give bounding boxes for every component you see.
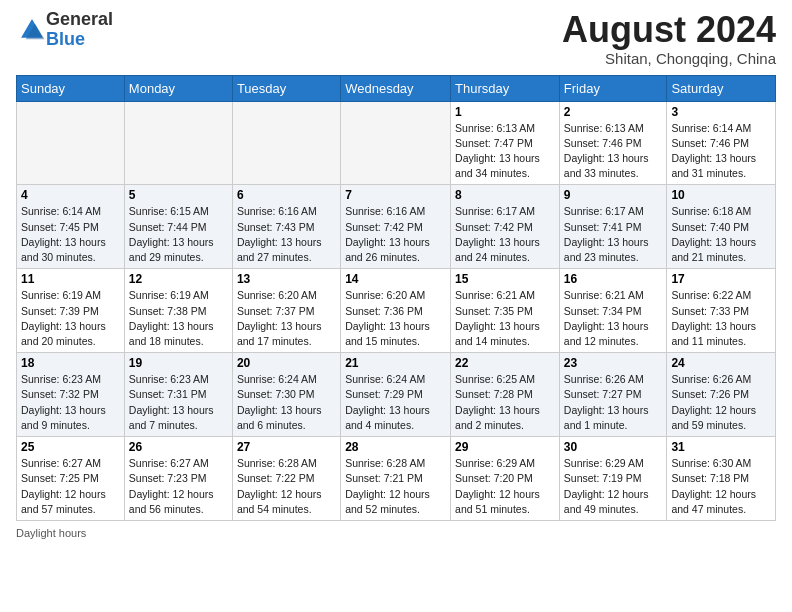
table-row: 28Sunrise: 6:28 AMSunset: 7:21 PMDayligh… (341, 437, 451, 521)
table-row: 9Sunrise: 6:17 AMSunset: 7:41 PMDaylight… (559, 185, 667, 269)
day-info: Sunrise: 6:26 AMSunset: 7:26 PMDaylight:… (671, 372, 771, 433)
day-number: 21 (345, 356, 446, 370)
day-info: Sunrise: 6:20 AMSunset: 7:37 PMDaylight:… (237, 288, 336, 349)
day-number: 22 (455, 356, 555, 370)
logo: General Blue (16, 10, 113, 50)
logo-icon (18, 16, 46, 44)
day-info: Sunrise: 6:25 AMSunset: 7:28 PMDaylight:… (455, 372, 555, 433)
col-monday: Monday (124, 75, 232, 101)
table-row: 14Sunrise: 6:20 AMSunset: 7:36 PMDayligh… (341, 269, 451, 353)
col-wednesday: Wednesday (341, 75, 451, 101)
calendar-week-row: 18Sunrise: 6:23 AMSunset: 7:32 PMDayligh… (17, 353, 776, 437)
col-sunday: Sunday (17, 75, 125, 101)
logo-general: General (46, 9, 113, 29)
table-row: 26Sunrise: 6:27 AMSunset: 7:23 PMDayligh… (124, 437, 232, 521)
day-number: 19 (129, 356, 228, 370)
day-number: 20 (237, 356, 336, 370)
day-info: Sunrise: 6:15 AMSunset: 7:44 PMDaylight:… (129, 204, 228, 265)
daylight-label: Daylight hours (16, 527, 86, 539)
table-row: 20Sunrise: 6:24 AMSunset: 7:30 PMDayligh… (232, 353, 340, 437)
day-number: 3 (671, 105, 771, 119)
table-row (232, 101, 340, 185)
day-number: 4 (21, 188, 120, 202)
day-number: 31 (671, 440, 771, 454)
day-info: Sunrise: 6:14 AMSunset: 7:45 PMDaylight:… (21, 204, 120, 265)
day-info: Sunrise: 6:21 AMSunset: 7:35 PMDaylight:… (455, 288, 555, 349)
col-tuesday: Tuesday (232, 75, 340, 101)
title-area: August 2024 Shitan, Chongqing, China (562, 10, 776, 67)
table-row: 3Sunrise: 6:14 AMSunset: 7:46 PMDaylight… (667, 101, 776, 185)
day-number: 13 (237, 272, 336, 286)
col-thursday: Thursday (451, 75, 560, 101)
day-info: Sunrise: 6:23 AMSunset: 7:32 PMDaylight:… (21, 372, 120, 433)
table-row: 24Sunrise: 6:26 AMSunset: 7:26 PMDayligh… (667, 353, 776, 437)
day-number: 6 (237, 188, 336, 202)
calendar-week-row: 11Sunrise: 6:19 AMSunset: 7:39 PMDayligh… (17, 269, 776, 353)
footer-note: Daylight hours (16, 527, 776, 539)
day-info: Sunrise: 6:17 AMSunset: 7:42 PMDaylight:… (455, 204, 555, 265)
table-row (341, 101, 451, 185)
day-info: Sunrise: 6:19 AMSunset: 7:39 PMDaylight:… (21, 288, 120, 349)
day-number: 26 (129, 440, 228, 454)
table-row: 6Sunrise: 6:16 AMSunset: 7:43 PMDaylight… (232, 185, 340, 269)
month-year-title: August 2024 (562, 10, 776, 50)
day-number: 9 (564, 188, 663, 202)
day-info: Sunrise: 6:17 AMSunset: 7:41 PMDaylight:… (564, 204, 663, 265)
location-label: Shitan, Chongqing, China (562, 50, 776, 67)
table-row (124, 101, 232, 185)
day-number: 5 (129, 188, 228, 202)
table-row: 27Sunrise: 6:28 AMSunset: 7:22 PMDayligh… (232, 437, 340, 521)
day-number: 14 (345, 272, 446, 286)
day-number: 12 (129, 272, 228, 286)
logo-blue: Blue (46, 29, 85, 49)
table-row: 25Sunrise: 6:27 AMSunset: 7:25 PMDayligh… (17, 437, 125, 521)
day-number: 17 (671, 272, 771, 286)
day-info: Sunrise: 6:18 AMSunset: 7:40 PMDaylight:… (671, 204, 771, 265)
header: General Blue August 2024 Shitan, Chongqi… (16, 10, 776, 67)
day-info: Sunrise: 6:26 AMSunset: 7:27 PMDaylight:… (564, 372, 663, 433)
day-info: Sunrise: 6:24 AMSunset: 7:30 PMDaylight:… (237, 372, 336, 433)
day-info: Sunrise: 6:16 AMSunset: 7:43 PMDaylight:… (237, 204, 336, 265)
day-info: Sunrise: 6:29 AMSunset: 7:19 PMDaylight:… (564, 456, 663, 517)
day-number: 10 (671, 188, 771, 202)
day-number: 7 (345, 188, 446, 202)
table-row (17, 101, 125, 185)
table-row: 1Sunrise: 6:13 AMSunset: 7:47 PMDaylight… (451, 101, 560, 185)
table-row: 19Sunrise: 6:23 AMSunset: 7:31 PMDayligh… (124, 353, 232, 437)
col-friday: Friday (559, 75, 667, 101)
day-info: Sunrise: 6:13 AMSunset: 7:47 PMDaylight:… (455, 121, 555, 182)
day-number: 16 (564, 272, 663, 286)
day-info: Sunrise: 6:29 AMSunset: 7:20 PMDaylight:… (455, 456, 555, 517)
day-number: 23 (564, 356, 663, 370)
calendar-week-row: 25Sunrise: 6:27 AMSunset: 7:25 PMDayligh… (17, 437, 776, 521)
table-row: 31Sunrise: 6:30 AMSunset: 7:18 PMDayligh… (667, 437, 776, 521)
page: General Blue August 2024 Shitan, Chongqi… (0, 0, 792, 612)
day-number: 30 (564, 440, 663, 454)
calendar-week-row: 4Sunrise: 6:14 AMSunset: 7:45 PMDaylight… (17, 185, 776, 269)
calendar-header-row: Sunday Monday Tuesday Wednesday Thursday… (17, 75, 776, 101)
day-info: Sunrise: 6:22 AMSunset: 7:33 PMDaylight:… (671, 288, 771, 349)
table-row: 30Sunrise: 6:29 AMSunset: 7:19 PMDayligh… (559, 437, 667, 521)
day-number: 18 (21, 356, 120, 370)
day-info: Sunrise: 6:16 AMSunset: 7:42 PMDaylight:… (345, 204, 446, 265)
day-info: Sunrise: 6:19 AMSunset: 7:38 PMDaylight:… (129, 288, 228, 349)
day-number: 24 (671, 356, 771, 370)
day-info: Sunrise: 6:27 AMSunset: 7:25 PMDaylight:… (21, 456, 120, 517)
table-row: 23Sunrise: 6:26 AMSunset: 7:27 PMDayligh… (559, 353, 667, 437)
day-info: Sunrise: 6:27 AMSunset: 7:23 PMDaylight:… (129, 456, 228, 517)
day-info: Sunrise: 6:20 AMSunset: 7:36 PMDaylight:… (345, 288, 446, 349)
day-info: Sunrise: 6:24 AMSunset: 7:29 PMDaylight:… (345, 372, 446, 433)
day-number: 29 (455, 440, 555, 454)
calendar-week-row: 1Sunrise: 6:13 AMSunset: 7:47 PMDaylight… (17, 101, 776, 185)
table-row: 21Sunrise: 6:24 AMSunset: 7:29 PMDayligh… (341, 353, 451, 437)
table-row: 7Sunrise: 6:16 AMSunset: 7:42 PMDaylight… (341, 185, 451, 269)
table-row: 17Sunrise: 6:22 AMSunset: 7:33 PMDayligh… (667, 269, 776, 353)
table-row: 2Sunrise: 6:13 AMSunset: 7:46 PMDaylight… (559, 101, 667, 185)
day-info: Sunrise: 6:28 AMSunset: 7:21 PMDaylight:… (345, 456, 446, 517)
table-row: 8Sunrise: 6:17 AMSunset: 7:42 PMDaylight… (451, 185, 560, 269)
table-row: 12Sunrise: 6:19 AMSunset: 7:38 PMDayligh… (124, 269, 232, 353)
day-number: 27 (237, 440, 336, 454)
table-row: 22Sunrise: 6:25 AMSunset: 7:28 PMDayligh… (451, 353, 560, 437)
day-info: Sunrise: 6:21 AMSunset: 7:34 PMDaylight:… (564, 288, 663, 349)
day-number: 8 (455, 188, 555, 202)
